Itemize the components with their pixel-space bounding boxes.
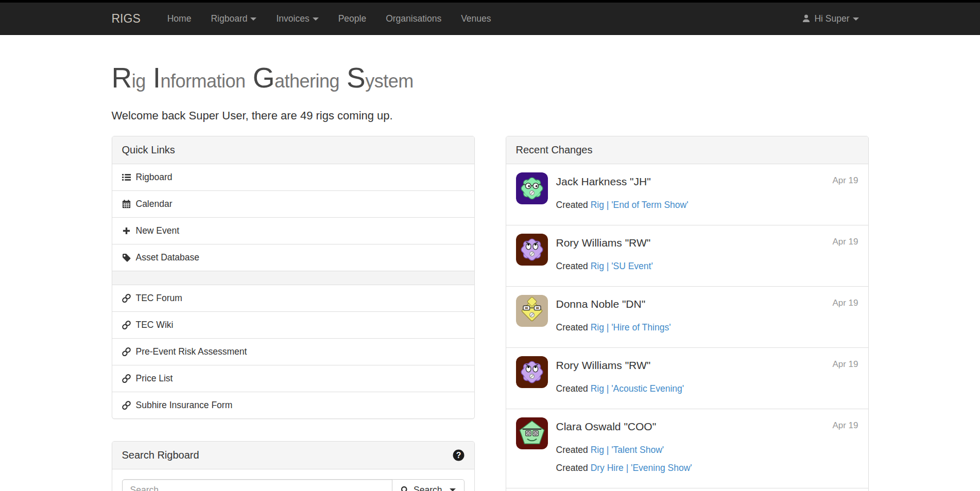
avatar[interactable] (516, 417, 548, 449)
target-type-link[interactable]: Rig (591, 261, 604, 271)
quick-link-new-event[interactable]: New Event (112, 217, 474, 244)
action-verb: Created (556, 383, 591, 394)
quick-links-heading: Quick Links (112, 136, 474, 164)
quick-link-tec-wiki[interactable]: TEC Wiki (112, 311, 474, 338)
quick-link-label: TEC Wiki (136, 319, 174, 331)
avatar[interactable] (516, 356, 548, 388)
target-name-link[interactable]: 'Talent Show' (611, 445, 664, 455)
person-name[interactable]: Rory Williams "RW" (556, 235, 858, 251)
target-name-link[interactable]: 'Acoustic Evening' (611, 383, 684, 394)
gear-monster-avatar-icon (516, 234, 548, 266)
quick-link-subhire-insurance-form[interactable]: Subhire Insurance Form (112, 392, 474, 418)
nav-item-venues[interactable]: Venues (451, 3, 501, 35)
action-verb: Created (556, 261, 591, 271)
link-icon (122, 347, 131, 356)
quick-link-price-list[interactable]: Price List (112, 365, 474, 392)
nav-item-people[interactable]: People (329, 3, 376, 35)
quick-link-label: Subhire Insurance Form (136, 399, 233, 412)
change-action: Created Rig | 'Talent Show' (556, 444, 858, 457)
quick-links-title: Quick Links (122, 143, 175, 157)
action-verb: Created (556, 322, 591, 332)
recent-change-item: Apr 19 Clara Oswald "COO" Created Rig | … (506, 409, 868, 488)
user-menu-label: Hi Super (814, 13, 849, 24)
target-type-link[interactable]: Rig (591, 445, 604, 455)
quick-link-label: TEC Forum (136, 292, 182, 305)
change-date: Apr 19 (832, 358, 858, 371)
calendar-icon (122, 200, 131, 208)
change-action: Created Rig | 'End of Term Show' (556, 199, 858, 212)
target-type-link[interactable]: Dry Hire (591, 463, 624, 473)
recent-changes-panel: Recent Changes Apr 19 Jack Harkness "JH"… (506, 136, 869, 491)
link-icon (122, 294, 132, 303)
quick-link-label: Price List (136, 372, 173, 385)
pipe-separator: | (624, 463, 631, 473)
person-name[interactable]: Jack Harkness "JH" (556, 174, 858, 189)
search-button[interactable]: Search (392, 479, 464, 491)
main-nav: Home Rigboard Invoices People Organisati… (158, 3, 501, 35)
person-name[interactable]: Rory Williams "RW" (556, 358, 858, 373)
search-panel-heading: Search Rigboard (112, 442, 474, 469)
link-icon (122, 374, 132, 383)
pipe-separator: | (604, 322, 611, 332)
action-verb: Created (556, 200, 591, 210)
gear-monster-avatar-icon (516, 356, 548, 388)
chevron-down-icon (250, 17, 256, 21)
change-date: Apr 19 (832, 174, 858, 187)
target-name-link[interactable]: 'Hire of Things' (611, 322, 670, 332)
pentagon-monster-avatar-icon (516, 417, 548, 449)
plus-icon (122, 226, 132, 235)
plus-icon (122, 226, 131, 235)
quick-link-calendar[interactable]: Calendar (112, 190, 474, 217)
link-icon (122, 294, 131, 303)
quick-link-label: New Event (136, 224, 180, 237)
action-verb: Created (556, 463, 591, 473)
help-icon[interactable] (453, 449, 465, 461)
target-type-link[interactable]: Rig (591, 383, 604, 394)
recent-change-item: Apr 19 Donna Noble "DN" Created Rig | 'H… (506, 286, 868, 347)
person-name[interactable]: Donna Noble "DN" (556, 296, 858, 312)
brand-rigs[interactable]: RIGS (112, 3, 150, 35)
target-type-link[interactable]: Rig (591, 322, 604, 332)
search-icon (401, 486, 409, 491)
link-icon (122, 321, 131, 329)
nav-item-invoices[interactable]: Invoices (266, 3, 328, 35)
avatar[interactable] (516, 234, 548, 266)
quick-link-asset-database[interactable]: Asset Database (112, 244, 474, 271)
target-name-link[interactable]: 'SU Event' (611, 261, 653, 271)
target-type-link[interactable]: Rig (591, 200, 604, 210)
quick-links-spacer (112, 271, 474, 285)
avatar[interactable] (516, 295, 548, 327)
target-name-link[interactable]: 'End of Term Show' (611, 200, 688, 210)
quick-link-rigboard[interactable]: Rigboard (112, 164, 474, 190)
diamond-monster-avatar-icon (516, 295, 548, 327)
user-menu[interactable]: Hi Super (792, 3, 868, 35)
person-name[interactable]: Clara Oswald "COO" (556, 419, 858, 434)
link-icon (122, 401, 131, 410)
link-icon (122, 374, 131, 383)
recent-changes-heading: Recent Changes (506, 136, 868, 164)
pipe-separator: | (604, 200, 611, 210)
user-nav: Hi Super (792, 3, 868, 35)
action-verb: Created (556, 445, 591, 455)
chevron-down-icon (313, 17, 319, 21)
quick-link-pre-event-risk-assessment[interactable]: Pre-Event Risk Assessment (112, 338, 474, 365)
list-icon (122, 173, 132, 182)
nav-item-organisations[interactable]: Organisations (376, 3, 451, 35)
change-action: Created Rig | 'SU Event' (556, 260, 858, 273)
link-icon (122, 401, 132, 410)
navbar: RIGS Home Rigboard Invoices People Organ… (0, 3, 980, 35)
search-input-group: Search (122, 479, 465, 491)
change-action: Created Rig | 'Hire of Things' (556, 321, 858, 334)
recent-changes-title: Recent Changes (516, 143, 593, 157)
target-name-link[interactable]: 'Evening Show' (631, 463, 692, 473)
pipe-separator: | (604, 261, 611, 271)
quick-link-tec-forum[interactable]: TEC Forum (112, 285, 474, 311)
recent-change-item: Apr 19 Rory Williams "RW" (506, 488, 868, 491)
nav-item-rigboard[interactable]: Rigboard (201, 3, 266, 35)
avatar[interactable] (516, 172, 548, 204)
quick-link-label: Pre-Event Risk Assessment (136, 345, 247, 358)
search-input[interactable] (122, 479, 393, 491)
quick-link-label: Rigboard (136, 171, 173, 184)
chevron-down-icon (853, 17, 859, 21)
nav-item-home[interactable]: Home (158, 3, 201, 35)
